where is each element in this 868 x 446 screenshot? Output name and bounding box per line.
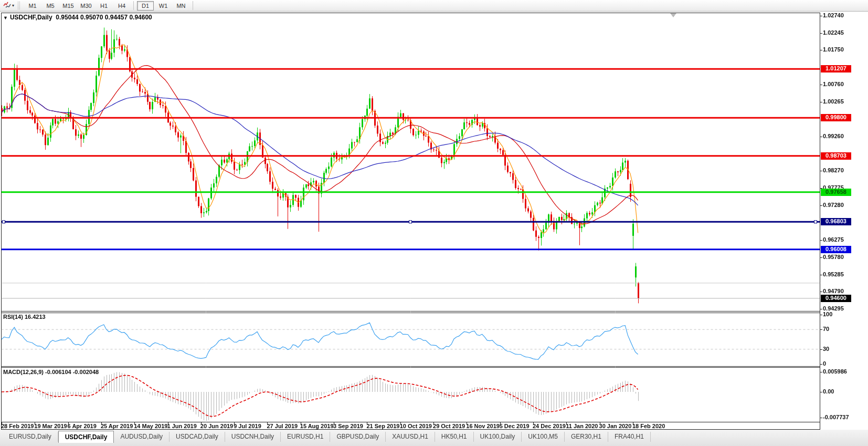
price-axis-tick: 1.01750 (823, 46, 844, 53)
toolbar-divider (133, 1, 134, 10)
timeframe-button-mn[interactable]: MN (173, 1, 189, 11)
date-label: 24 Dec 2019 (533, 423, 566, 429)
symbol-menu-caret[interactable]: ▼ (3, 15, 8, 20)
hline-price-tag[interactable]: 1.01207 (821, 65, 851, 72)
chart-tab-usdchf-daily[interactable]: USDCHF,Daily (58, 431, 114, 443)
price-axis-tick: 1.00265 (823, 98, 844, 105)
price-chart-canvas[interactable] (0, 12, 868, 430)
rsi-axis-tick: 0 (823, 360, 826, 367)
price-axis-tick: 1.00760 (823, 81, 844, 87)
macd-axis-tick: 0.00 (823, 388, 834, 395)
date-label: 14 May 2019 (134, 423, 167, 429)
chart-tab-usdcad-daily[interactable]: USDCAD,Daily (170, 432, 225, 442)
timeframe-button-h1[interactable]: H1 (96, 1, 112, 11)
chart-updown-icon (3, 1, 11, 11)
price-axis-tick: 0.95285 (823, 271, 844, 277)
hline-price-tag[interactable]: 0.96803 (821, 218, 851, 225)
chart-shift-marker[interactable] (670, 13, 676, 17)
toolbar-divider (193, 1, 193, 10)
chart-tab-audusd-daily[interactable]: AUDUSD,Daily (114, 432, 170, 442)
chart-tab-xauusd-h1[interactable]: XAUUSD,H1 (386, 432, 435, 442)
chart-tab-uk100-daily[interactable]: UK100,Daily (474, 432, 522, 442)
date-label: 20 Jun 2019 (200, 423, 233, 429)
timeframe-button-h4[interactable]: H4 (113, 1, 130, 11)
date-label: 28 Feb 2019 (1, 423, 34, 429)
rsi-axis-tick: 100 (823, 311, 832, 317)
toolbar-grip[interactable] (18, 2, 20, 9)
date-label: 10 Oct 2019 (400, 423, 432, 429)
trading-platform-window: ▾ M1M5M15M30H1H4D1W1MN ▼USDCHF,Daily 0.9… (0, 0, 868, 446)
timeframe-toolbar: ▾ M1M5M15M30H1H4D1W1MN (0, 0, 868, 12)
price-axis-tick: 0.97280 (823, 202, 844, 208)
ohlc-values: 0.95044 0.95070 0.94457 0.94600 (56, 14, 152, 21)
timeframe-button-d1[interactable]: D1 (137, 1, 154, 11)
rsi-axis-tick: 30 (823, 346, 829, 352)
price-axis-tick: 0.95780 (823, 254, 844, 260)
date-label: 5 Dec 2019 (500, 423, 530, 429)
macd-axis-tick: -0.007737 (823, 414, 849, 420)
macd-axis-tick: 0.005986 (823, 368, 847, 375)
chart-tab-hk50-h1[interactable]: HK50,H1 (435, 432, 474, 442)
price-axis-tick: 1.02245 (823, 29, 844, 36)
chart-tab-fra40-h1[interactable]: FRA40,H1 (608, 432, 651, 442)
chart-tab-uk100-m5[interactable]: UK100,M5 (522, 432, 565, 442)
date-label: 29 Oct 2019 (433, 423, 465, 429)
timeframe-button-m15[interactable]: M15 (60, 1, 77, 11)
timeframe-buttons: M1M5M15M30H1H4D1W1MN (24, 0, 196, 12)
chart-tab-ger30-h1[interactable]: GER30,H1 (565, 432, 608, 442)
price-axis-tick: 0.94790 (823, 288, 844, 294)
date-label: 30 Jan 2020 (599, 423, 632, 429)
macd-label: MACD(12,26,9) -0.006104 -0.002048 (3, 369, 99, 375)
price-axis-tick: 0.98270 (823, 167, 844, 173)
date-label: 25 Apr 2019 (101, 423, 133, 429)
hline-price-tag[interactable]: 0.97658 (821, 189, 851, 196)
date-label: 11 Jan 2020 (566, 423, 598, 429)
current-price-tag: 0.94600 (821, 295, 851, 302)
date-label: 15 Aug 2019 (300, 423, 334, 429)
chart-mode-button[interactable]: ▾ (1, 1, 16, 11)
date-label: 27 Jul 2019 (267, 423, 298, 429)
date-label: 9 Jul 2019 (234, 423, 261, 429)
timeframe-button-w1[interactable]: W1 (155, 1, 172, 11)
date-label: 19 Mar 2019 (34, 423, 67, 429)
chart-tab-gbpusd-daily[interactable]: GBPUSD,Daily (330, 432, 386, 442)
price-axis-tick: 0.96275 (823, 236, 844, 243)
symbol-title: USDCHF,Daily (10, 14, 52, 21)
hline-price-tag[interactable]: 0.99800 (821, 114, 851, 121)
chart-tab-eurusd-daily[interactable]: EURUSD,Daily (3, 432, 58, 442)
chart-tab-eurusd-h1[interactable]: EURUSD,H1 (281, 432, 330, 442)
chevron-down-icon: ▾ (12, 3, 14, 8)
timeframe-button-m1[interactable]: M1 (24, 1, 41, 11)
chart-title: ▼USDCHF,Daily 0.95044 0.95070 0.94457 0.… (3, 14, 152, 21)
hline-price-tag[interactable]: 0.98703 (821, 152, 851, 160)
chart-tab-usdcnh-daily[interactable]: USDCNH,Daily (225, 432, 281, 442)
date-label: 3 Sep 2019 (333, 423, 363, 429)
date-label: 6 Apr 2019 (68, 423, 97, 429)
timeframe-button-m5[interactable]: M5 (42, 1, 59, 11)
chart-tab-bar: EURUSD,DailyUSDCHF,DailyAUDUSD,DailyUSDC… (0, 430, 868, 446)
rsi-axis-tick: 70 (823, 326, 829, 332)
rsi-label: RSI(14) 16.4213 (3, 314, 46, 320)
date-label: 18 Feb 2020 (632, 423, 665, 429)
date-label: 1 Jun 2019 (167, 423, 197, 429)
hline-price-tag[interactable]: 0.96008 (821, 246, 851, 253)
timeframe-button-m30[interactable]: M30 (78, 1, 94, 11)
price-axis-tick: 1.02740 (823, 12, 844, 18)
date-label: 16 Nov 2019 (466, 423, 500, 429)
price-axis-tick: 0.99260 (823, 133, 844, 139)
date-label: 21 Sep 2019 (366, 423, 399, 429)
